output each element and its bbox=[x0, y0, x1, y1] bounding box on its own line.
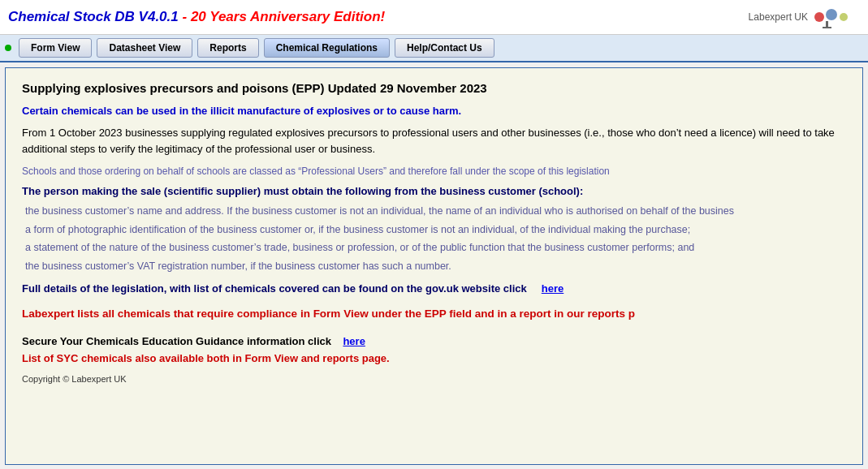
header: Chemical Stock DB V4.0.1 - 20 Years Anni… bbox=[0, 0, 868, 35]
title-part1: Chemical Stock DB V4.0.1 bbox=[8, 9, 179, 24]
svg-point-2 bbox=[840, 13, 848, 21]
para-oct2023: From 1 October 2023 businesses supplying… bbox=[22, 125, 846, 157]
secure-prefix: Secure Your Chemicals Education Guidance… bbox=[22, 335, 331, 347]
para-intro-bold: Certain chemicals can be used in the ill… bbox=[22, 105, 846, 117]
para-schools: Schools and those ordering on behalf of … bbox=[22, 165, 846, 179]
svg-point-1 bbox=[826, 9, 837, 20]
nav-form-view[interactable]: Form View bbox=[19, 38, 92, 58]
title-dash: - bbox=[179, 9, 191, 24]
full-details-prefix: Full details of the legislation, with li… bbox=[22, 282, 527, 295]
svg-rect-3 bbox=[826, 21, 828, 28]
secure-link[interactable]: here bbox=[343, 335, 365, 347]
syc-line: List of SYC chemicals also available bot… bbox=[22, 352, 846, 364]
bullet-1: the business customer’s name and address… bbox=[22, 204, 846, 219]
nav-datasheet-view[interactable]: Datasheet View bbox=[97, 38, 192, 58]
title-part2: 20 Years Anniversary Edition! bbox=[191, 9, 385, 24]
main-content-area: Supplying explosives precursors and pois… bbox=[5, 67, 863, 465]
red-notice-epp: Labexpert lists all chemicals that requi… bbox=[22, 306, 846, 322]
bullet-3: a statement of the nature of the busines… bbox=[22, 240, 846, 256]
nav-help-contact[interactable]: Help/Contact Us bbox=[395, 38, 494, 58]
bullet-2: a form of photographic identification of… bbox=[22, 222, 846, 238]
logo-area: Labexpert UK bbox=[749, 5, 860, 29]
para-person-making-sale: The person making the sale (scientific s… bbox=[22, 185, 846, 197]
logo-icon bbox=[811, 5, 860, 29]
app-title: Chemical Stock DB V4.0.1 - 20 Years Anni… bbox=[8, 9, 385, 25]
copyright-text: Copyright © Labexpert UK bbox=[22, 374, 846, 384]
full-details-line: Full details of the legislation, with li… bbox=[22, 282, 846, 295]
nav-chemical-regulations[interactable]: Chemical Regulations bbox=[264, 38, 390, 58]
svg-point-0 bbox=[814, 12, 824, 22]
full-details-link[interactable]: here bbox=[542, 282, 564, 295]
secure-guidance-line: Secure Your Chemicals Education Guidance… bbox=[22, 335, 846, 347]
nav-reports[interactable]: Reports bbox=[197, 38, 258, 58]
status-dot bbox=[5, 45, 11, 51]
svg-rect-4 bbox=[823, 27, 831, 28]
logo-text: Labexpert UK bbox=[749, 11, 808, 23]
navigation-bar: Form View Datasheet View Reports Chemica… bbox=[0, 35, 868, 62]
main-heading: Supplying explosives precursors and pois… bbox=[22, 81, 846, 95]
bullet-4: the business customer’s VAT registration… bbox=[22, 259, 846, 274]
